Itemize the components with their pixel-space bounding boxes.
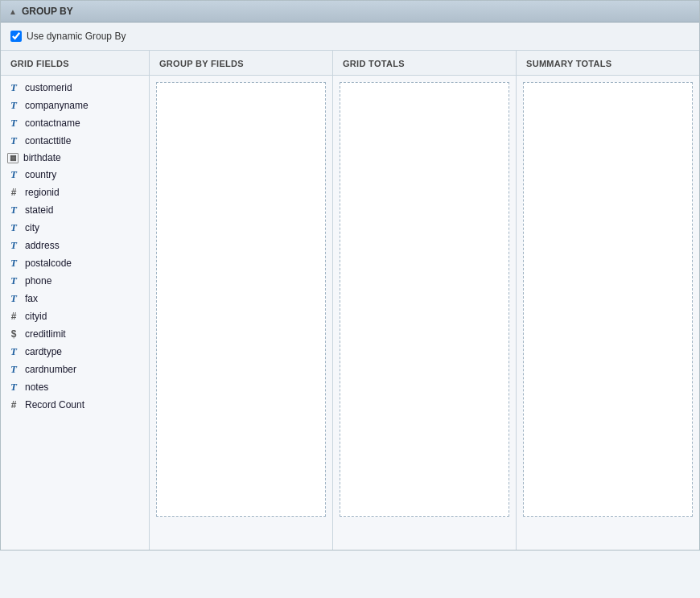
field-item[interactable]: Tfax bbox=[1, 290, 149, 307]
field-name: stateid bbox=[25, 204, 53, 216]
field-item[interactable]: Tpostalcode bbox=[1, 254, 149, 272]
field-item[interactable]: Tcontactname bbox=[1, 114, 149, 132]
text-type-icon: T bbox=[7, 99, 20, 112]
text-type-icon: T bbox=[7, 257, 20, 270]
section-title: GROUP BY bbox=[22, 6, 73, 17]
field-item[interactable]: Tcustomerid bbox=[1, 79, 149, 97]
field-item[interactable]: Taddress bbox=[1, 237, 149, 254]
field-name: fax bbox=[25, 293, 38, 304]
summary-totals-header: SUMMARY TOTALS bbox=[517, 51, 699, 76]
text-type-icon: T bbox=[7, 239, 20, 252]
field-name: country bbox=[25, 169, 56, 180]
text-type-icon: T bbox=[7, 168, 20, 181]
field-name: companyname bbox=[25, 100, 89, 111]
field-item[interactable]: Tstateid bbox=[1, 201, 149, 219]
text-type-icon: T bbox=[7, 274, 20, 287]
field-name: customerid bbox=[25, 82, 72, 93]
columns-container: GRID FIELDS TcustomeridTcompanynameTcont… bbox=[1, 51, 699, 550]
field-item[interactable]: Tphone bbox=[1, 272, 149, 290]
grid-totals-header: GRID TOTALS bbox=[333, 51, 516, 76]
text-type-icon: T bbox=[7, 134, 20, 147]
summary-totals-drop-zone[interactable] bbox=[523, 82, 693, 517]
text-type-icon: T bbox=[7, 117, 20, 130]
field-item[interactable]: ▦birthdate bbox=[1, 150, 149, 166]
field-name: cardtype bbox=[25, 346, 62, 357]
summary-totals-column: SUMMARY TOTALS bbox=[517, 51, 699, 550]
field-name: city bbox=[25, 222, 39, 233]
field-item[interactable]: Tcity bbox=[1, 219, 149, 237]
field-item[interactable]: Tnotes bbox=[1, 378, 149, 396]
grid-totals-drop-zone[interactable] bbox=[340, 82, 509, 517]
field-item[interactable]: $creditlimit bbox=[1, 325, 149, 343]
field-name: cardnumber bbox=[25, 364, 76, 375]
collapse-arrow-icon: ▲ bbox=[9, 7, 17, 16]
field-item[interactable]: Tcountry bbox=[1, 166, 149, 184]
field-item[interactable]: Tcardtype bbox=[1, 343, 149, 361]
field-item[interactable]: Tcontacttitle bbox=[1, 132, 149, 150]
group-by-fields-header: GROUP BY FIELDS bbox=[150, 51, 332, 76]
field-list: TcustomeridTcompanynameTcontactnameTcont… bbox=[1, 76, 149, 417]
grid-fields-header: GRID FIELDS bbox=[1, 51, 149, 76]
number-type-icon: # bbox=[7, 310, 20, 323]
text-type-icon: T bbox=[7, 81, 20, 94]
field-name: postalcode bbox=[25, 258, 72, 269]
text-type-icon: T bbox=[7, 221, 20, 234]
field-name: cityid bbox=[25, 311, 47, 322]
group-by-fields-drop-zone[interactable] bbox=[156, 82, 326, 517]
text-type-icon: T bbox=[7, 381, 20, 394]
grid-fields-column: GRID FIELDS TcustomeridTcompanynameTcont… bbox=[1, 51, 150, 550]
field-item[interactable]: #cityid bbox=[1, 307, 149, 325]
dynamic-group-by-checkbox[interactable] bbox=[10, 31, 22, 42]
number-type-icon: # bbox=[7, 398, 20, 411]
text-type-icon: T bbox=[7, 345, 20, 358]
field-name: creditlimit bbox=[25, 328, 66, 340]
date-type-icon: ▦ bbox=[7, 153, 19, 163]
field-item[interactable]: Tcompanyname bbox=[1, 97, 149, 114]
field-name: Record Count bbox=[25, 399, 84, 410]
text-type-icon: T bbox=[7, 292, 20, 305]
field-name: contacttitle bbox=[25, 135, 71, 146]
text-type-icon: T bbox=[7, 363, 20, 376]
dynamic-group-by-label[interactable]: Use dynamic Group By bbox=[27, 31, 126, 42]
text-type-icon: T bbox=[7, 204, 20, 217]
field-name: address bbox=[25, 240, 60, 251]
field-item[interactable]: Tcardnumber bbox=[1, 361, 149, 378]
field-name: phone bbox=[25, 275, 51, 287]
dynamic-group-by-row: Use dynamic Group By bbox=[1, 23, 699, 51]
field-name: notes bbox=[25, 381, 48, 393]
field-name: contactname bbox=[25, 118, 80, 129]
field-name: birthdate bbox=[23, 152, 61, 163]
field-item[interactable]: #regionid bbox=[1, 184, 149, 201]
group-by-fields-column: GROUP BY FIELDS bbox=[150, 51, 333, 550]
dollar-type-icon: $ bbox=[7, 328, 20, 340]
grid-totals-column: GRID TOTALS bbox=[333, 51, 517, 550]
group-by-section: ▲ GROUP BY Use dynamic Group By GRID FIE… bbox=[0, 0, 700, 551]
section-header: ▲ GROUP BY bbox=[1, 1, 699, 23]
field-item[interactable]: #Record Count bbox=[1, 396, 149, 414]
field-name: regionid bbox=[25, 187, 60, 198]
number-type-icon: # bbox=[7, 186, 20, 199]
